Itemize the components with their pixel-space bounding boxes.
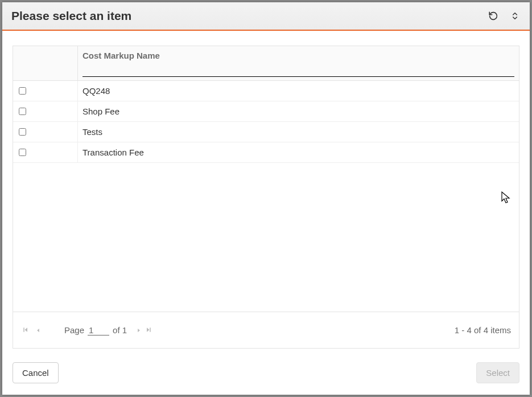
row-checkbox[interactable] [19, 87, 26, 95]
pager-next-icon[interactable] [136, 325, 142, 335]
grid-body[interactable]: QQ248 Shop Fee Tests [13, 81, 519, 312]
name-filter-input[interactable] [83, 65, 514, 77]
header-actions [488, 10, 521, 22]
select-item-modal: Please select an item Cost Markup [2, 2, 530, 395]
row-checkbox[interactable] [19, 128, 26, 136]
pager-of-label: of 1 [113, 325, 127, 335]
pager-nav-next-last [136, 325, 152, 335]
row-checkbox[interactable] [19, 149, 26, 156]
grid: Cost Markup Name QQ248 Shop Fee [13, 46, 519, 349]
row-checkbox[interactable] [19, 108, 26, 115]
modal-title: Please select an item [11, 9, 131, 23]
grid-footer: Page of 1 1 - 4 of 4 items [13, 312, 519, 348]
cancel-button[interactable]: Cancel [13, 362, 59, 383]
table-row[interactable]: Transaction Fee [13, 142, 519, 163]
pager-page-label: Page [64, 325, 84, 335]
row-checkbox-cell [13, 81, 78, 101]
row-name: Shop Fee [78, 107, 519, 116]
pager: Page of 1 [21, 325, 152, 335]
table-row[interactable]: Tests [13, 122, 519, 142]
modal-footer: Cancel Select [2, 354, 530, 395]
row-checkbox-cell [13, 142, 78, 162]
modal-body: Cost Markup Name QQ248 Shop Fee [2, 31, 530, 354]
modal-header: Please select an item [2, 2, 530, 31]
column-checkbox [13, 46, 78, 80]
pager-page-input[interactable] [88, 325, 109, 335]
table-row[interactable]: QQ248 [13, 81, 519, 101]
column-name-label: Cost Markup Name [83, 51, 514, 60]
pager-nav-first-prev [21, 325, 43, 335]
row-checkbox-cell [13, 101, 78, 121]
pager-first-icon[interactable] [21, 325, 30, 335]
refresh-icon[interactable] [488, 10, 499, 22]
pager-info: 1 - 4 of 4 items [455, 325, 511, 335]
pager-prev-icon[interactable] [34, 325, 43, 335]
row-checkbox-cell [13, 122, 78, 142]
pager-last-icon[interactable] [145, 325, 152, 335]
row-name: Tests [78, 127, 519, 137]
select-button: Select [476, 362, 519, 383]
expand-collapse-icon[interactable] [509, 10, 521, 22]
row-name: QQ248 [78, 86, 519, 96]
pager-page: Page of 1 [64, 325, 127, 335]
row-name: Transaction Fee [78, 148, 519, 157]
grid-header: Cost Markup Name [13, 46, 519, 81]
column-name[interactable]: Cost Markup Name [78, 46, 519, 80]
table-row[interactable]: Shop Fee [13, 101, 519, 122]
